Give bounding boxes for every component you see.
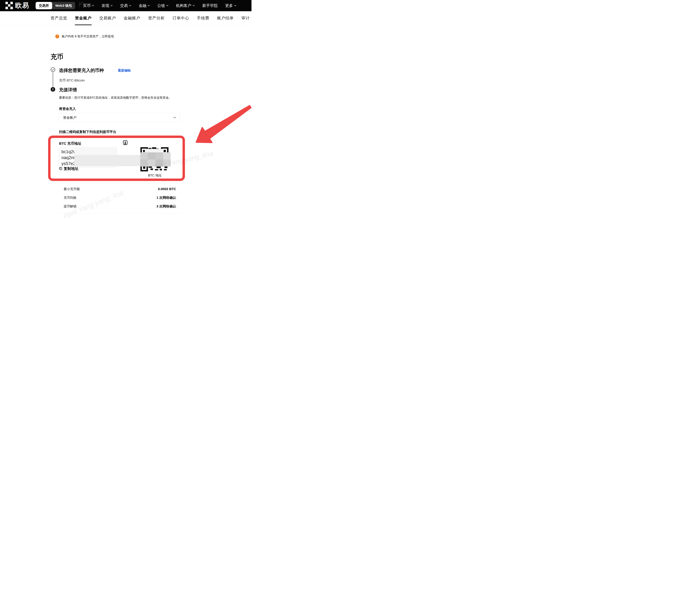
menu-label: 更多 xyxy=(225,3,233,8)
chevron-down-icon xyxy=(148,5,150,6)
tab-account-statement[interactable]: 账户结单 xyxy=(217,11,234,25)
chevron-down-icon xyxy=(92,5,94,6)
okx-logo[interactable]: 欧易 xyxy=(5,2,29,9)
menu-item-discover[interactable]: 发现 xyxy=(101,3,113,8)
logo-text: 欧易 xyxy=(15,2,29,9)
menu-label: 公链 xyxy=(157,3,165,8)
chevron-down-icon xyxy=(173,117,176,118)
tab-fees[interactable]: 手续费 xyxy=(197,11,209,25)
tab-audit[interactable]: 审计 xyxy=(241,11,250,25)
limit-label: 最小充币额 xyxy=(64,187,80,191)
menu-item-academy[interactable]: 新手学院 xyxy=(202,3,218,8)
untradable-assets-notice: ! 账户内有 8 笔不可交易资产，立即提现 xyxy=(55,34,114,39)
check-icon xyxy=(52,69,54,71)
menu-item-buy-crypto[interactable]: 买币 xyxy=(83,3,94,8)
top-navbar: lin yang 欧易 交易所 Web3 钱包 买币 发现 xyxy=(0,0,251,11)
step2-number-circle: 2 xyxy=(51,87,55,92)
chevron-down-icon xyxy=(166,5,168,6)
menu-item-public-chain[interactable]: 公链 xyxy=(157,3,168,8)
tab-asset-overview[interactable]: 资产总览 xyxy=(51,11,67,25)
menu-item-finance[interactable]: 金融 xyxy=(139,3,150,8)
account-select[interactable]: 资金账户 xyxy=(59,113,180,122)
menu-item-trade[interactable]: 交易 xyxy=(120,3,131,8)
row-min-deposit: 最小充币额 0.0002 BTC xyxy=(64,187,176,191)
re-edit-link[interactable]: 重新编辑 xyxy=(118,68,131,73)
chevron-down-icon xyxy=(193,5,195,6)
copy-icon xyxy=(59,167,62,170)
exchange-wallet-toggle: 交易所 Web3 钱包 xyxy=(36,2,75,9)
limit-label: 充币到账 xyxy=(64,196,76,200)
fund-to-label: 将资金充入 xyxy=(59,107,76,111)
menu-label: 金融 xyxy=(139,3,146,8)
menu-item-institutional[interactable]: 机构客户 xyxy=(176,3,195,8)
censor-overlay-pixelated xyxy=(140,152,171,167)
notice-text[interactable]: 账户内有 8 笔不可交易资产，立即提现 xyxy=(62,34,114,39)
warning-icon: ! xyxy=(55,34,59,38)
row-deposit-arrival: 充币到账 1 次网络确认 xyxy=(64,196,176,199)
qr-caption: BTC 地址 xyxy=(139,173,171,178)
important-info-text: 重要信息：您只可发送BTC至此地址，若发送其他数字货币，您将会失去这笔资金。 xyxy=(59,96,172,100)
limit-value: 3 次网络确认 xyxy=(156,204,176,209)
main-menu: 买币 发现 交易 金融 公链 机构客户 xyxy=(83,0,236,11)
step1-selected-coin: 充币 BTC-Bitcoin xyxy=(59,78,85,83)
menu-label: 交易 xyxy=(120,3,128,8)
chevron-down-icon xyxy=(234,5,236,6)
limit-value: 1 次网络确认 xyxy=(156,195,176,200)
step2-number: 2 xyxy=(52,88,54,91)
tab-funding-account[interactable]: 资金账户 xyxy=(75,11,92,25)
step1-title: 选择您需要充入的币种 xyxy=(59,67,104,73)
menu-label: 发现 xyxy=(101,3,109,8)
btc-deposit-page: lin yang 欧易 交易所 Web3 钱包 买币 发现 xyxy=(0,0,251,222)
tab-asset-analysis[interactable]: 资产分析 xyxy=(148,11,165,25)
menu-item-more[interactable]: 更多 xyxy=(225,3,236,8)
chevron-down-icon xyxy=(129,5,131,6)
okx-logo-icon xyxy=(5,2,13,9)
chevron-down-icon xyxy=(111,5,113,6)
page-title: 充币 xyxy=(51,52,64,61)
menu-label: 机构客户 xyxy=(176,3,191,8)
asset-subnav: 资产总览 资金账户 交易账户 金融账户 资产分析 订单中心 手续费 账户结单 审… xyxy=(0,11,251,25)
menu-label: 新手学院 xyxy=(202,3,218,8)
scan-hint-text: 扫描二维码或复制下列信息到提币平台 xyxy=(59,130,116,134)
address-book-icon[interactable] xyxy=(123,140,128,146)
row-withdrawal-unlock: 提币解锁 3 次网络确认 xyxy=(64,205,176,208)
btc-address-label: BTC 充币地址 xyxy=(59,141,81,146)
limit-value: 0.0002 BTC xyxy=(158,187,176,191)
menu-label: 买币 xyxy=(83,3,90,8)
step2-title: 充值详情 xyxy=(59,87,77,93)
censor-overlay xyxy=(74,147,116,156)
toggle-exchange-button[interactable]: 交易所 xyxy=(36,2,52,9)
asset-tabs: 资产总览 资金账户 交易账户 金融账户 资产分析 订单中心 手续费 账户结单 审… xyxy=(51,11,250,25)
tab-order-center[interactable]: 订单中心 xyxy=(172,11,189,25)
account-select-value: 资金账户 xyxy=(63,115,76,120)
copy-address-label: 复制地址 xyxy=(64,166,79,171)
copy-address-button[interactable]: 复制地址 xyxy=(59,166,79,171)
deposit-details-list: 最小充币额 0.0002 BTC 充币到账 1 次网络确认 提币解锁 3 次网络… xyxy=(64,187,176,213)
tab-financial-account[interactable]: 金融账户 xyxy=(124,11,140,25)
toggle-web3-wallet-button[interactable]: Web3 钱包 xyxy=(52,2,75,9)
tab-trading-account[interactable]: 交易账户 xyxy=(99,11,116,25)
limit-label: 提币解锁 xyxy=(64,204,76,209)
step1-check-circle xyxy=(51,67,55,72)
